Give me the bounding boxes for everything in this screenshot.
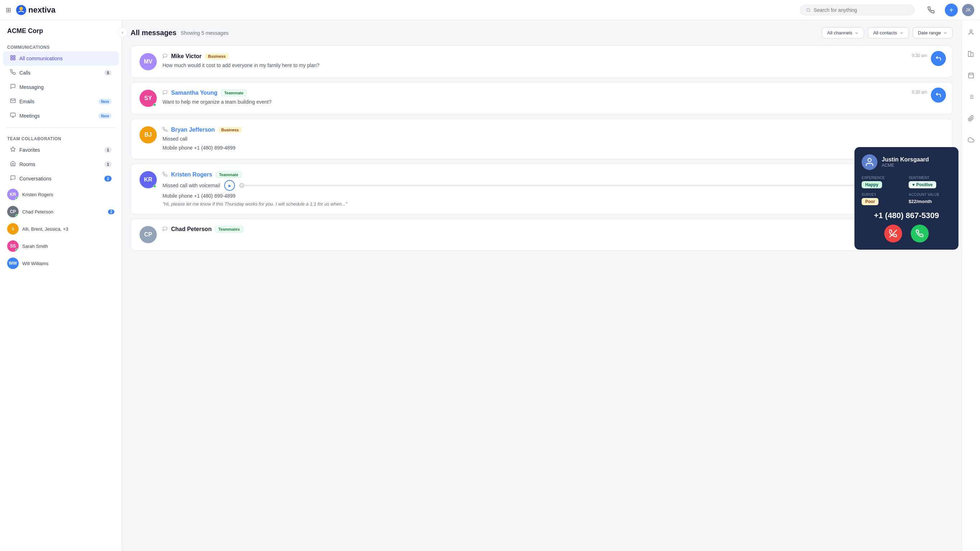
search-input[interactable]	[813, 7, 908, 13]
conv-item-sarah[interactable]: SS Sarah Smith	[3, 237, 119, 255]
favorites-badge: 1	[104, 147, 111, 153]
conv-name-sarah: Sarah Smith	[22, 244, 115, 249]
chevron-down-icon	[943, 31, 947, 35]
message-card-kristen: KR Kristen Rogers Teammate Missed call w…	[130, 164, 953, 214]
date-filter[interactable]: Date range	[913, 27, 953, 38]
rail-list-icon[interactable]	[964, 91, 977, 104]
sidebar-item-favorites[interactable]: Favorites 1	[3, 143, 119, 157]
sidebar-item-emails[interactable]: Emails New	[3, 94, 119, 109]
msg-top-sy: Samantha Young Teammate	[162, 90, 944, 96]
msg-quote-kr: "Hi, please let me know if this Thursday…	[162, 201, 944, 207]
main-content: All messages Showing 5 messages All chan…	[122, 20, 961, 551]
chevron-down-icon	[899, 31, 904, 35]
conv-name-group: Alli, Brent, Jessica, +3	[22, 226, 115, 232]
sidebar-divider	[6, 127, 116, 128]
svg-point-9	[970, 30, 972, 32]
conversation-list: KR Kristen Rogers CP Chad Peterson 2 5 A…	[0, 186, 122, 272]
search-icon	[806, 8, 811, 13]
conv-item-group[interactable]: 5 Alli, Brent, Jessica, +3	[3, 220, 119, 237]
msg-tag-kr: Teammate	[216, 172, 242, 178]
search-bar[interactable]	[800, 5, 915, 16]
popup-avatar	[862, 154, 877, 170]
meetings-icon	[10, 112, 16, 119]
reply-btn-mv[interactable]	[931, 51, 946, 66]
msg-avatar-bj: BJ	[140, 126, 157, 143]
sidebar-item-label: Conversations	[19, 176, 52, 182]
sidebar-item-calls[interactable]: Calls 5	[3, 66, 119, 80]
message-card-bryan: BJ Bryan Jefferson Business Missed call …	[130, 119, 953, 159]
svg-rect-3	[11, 56, 13, 57]
msg-body-sy: Samantha Young Teammate Want to help me …	[162, 90, 944, 106]
svg-point-26	[868, 159, 871, 162]
rail-building-icon[interactable]	[964, 47, 977, 60]
showing-count: Showing 5 messages	[181, 30, 229, 36]
msg-tag-mv: Business	[205, 53, 229, 59]
emails-icon	[10, 98, 16, 105]
sidebar-item-messaging[interactable]: Messaging	[3, 80, 119, 94]
sentiment-chip: ♥ Positive	[908, 181, 936, 188]
missed-call-text: Missed call with voicemail	[162, 182, 220, 190]
channels-filter[interactable]: All channels	[822, 27, 864, 38]
conv-item-kristen[interactable]: KR Kristen Rogers	[3, 186, 119, 203]
phone-channel-icon	[162, 127, 167, 133]
sidebar-collapse-btn[interactable]: ‹	[118, 27, 128, 37]
logo-icon	[16, 4, 27, 16]
sidebar-item-meetings[interactable]: Meetings New	[3, 109, 119, 123]
reply-btn-sy[interactable]	[931, 88, 946, 103]
msg-name-mv: Mike Victor	[171, 53, 202, 59]
conv-item-chad[interactable]: CP Chad Peterson 2	[3, 203, 119, 220]
msg-text-mv: How much would it cost to add everyone i…	[162, 62, 944, 69]
rail-person-icon[interactable]	[964, 26, 977, 39]
msg-body-bj: Bryan Jefferson Business Missed call Mob…	[162, 126, 944, 152]
waveform	[239, 185, 927, 186]
experience-label: EXPERIENCE	[862, 176, 904, 180]
right-rail	[961, 20, 980, 551]
calls-badge: 5	[104, 70, 111, 76]
add-button[interactable]: +	[945, 3, 958, 16]
sidebar-item-label: Favorites	[19, 147, 40, 153]
popup-actions	[862, 225, 951, 242]
conversations-icon	[10, 175, 16, 182]
msg-top-kr: Kristen Rogers Teammate	[162, 171, 944, 178]
popup-phone: +1 (480) 867-5309	[862, 211, 951, 220]
survey-label: SURVEY	[862, 193, 904, 197]
end-call-button[interactable]	[884, 225, 902, 242]
conv-name-chad: Chad Peterson	[22, 209, 104, 215]
contacts-filter[interactable]: All contacts	[868, 27, 908, 38]
sidebar-item-all-communications[interactable]: All communications	[3, 51, 119, 66]
message-card-mike-victor: MV Mike Victor Business How much would i…	[130, 46, 953, 78]
sidebar-item-conversations[interactable]: Conversations 2	[3, 172, 119, 186]
sidebar-item-rooms[interactable]: Rooms 1	[3, 157, 119, 172]
popup-user: Justin Korsgaard ACME	[862, 154, 951, 170]
conv-item-will[interactable]: WW Will Williams	[3, 255, 119, 272]
phone-nav-icon[interactable]	[925, 3, 938, 16]
msg-subtext-kr: Mobile phone +1 (480) 899-4899	[162, 192, 944, 200]
conv-name-will: Will Williams	[22, 261, 115, 266]
online-dot-sy	[153, 104, 156, 106]
user-avatar-nav[interactable]: JK	[962, 4, 974, 16]
rail-calendar-icon[interactable]	[964, 69, 977, 82]
popup-company: ACME	[882, 163, 929, 168]
answer-call-button[interactable]	[911, 225, 929, 242]
msg-avatar-cp: CP	[140, 226, 157, 243]
grid-icon[interactable]: ⊞	[6, 6, 11, 14]
waveform-handle[interactable]	[239, 183, 244, 188]
chat-channel-icon	[162, 53, 167, 59]
sidebar-item-label: Messaging	[19, 84, 44, 90]
sidebar-item-label: Emails	[19, 99, 35, 104]
rail-cloud-icon[interactable]	[964, 134, 977, 147]
popup-name: Justin Korsgaard	[882, 156, 929, 163]
play-button[interactable]: ▶	[224, 180, 235, 191]
svg-rect-4	[13, 56, 15, 57]
popup-card: Justin Korsgaard ACME EXPERIENCE Happy S…	[854, 147, 958, 250]
conv-avatar-chad: CP	[7, 206, 19, 217]
popup-grid: EXPERIENCE Happy SENTIMENT ♥ Positive SU…	[862, 176, 951, 205]
msg-name-kr: Kristen Rogers	[171, 172, 212, 178]
msg-time-mv: 9:30 am	[912, 53, 927, 58]
rail-paperclip-icon[interactable]	[964, 112, 977, 125]
msg-name-sy: Samantha Young	[171, 90, 217, 96]
sidebar: ACME Corp Communications All communicati…	[0, 20, 122, 551]
popup-survey-field: SURVEY Poor	[862, 193, 904, 205]
sidebar-item-label: Calls	[19, 70, 30, 76]
popup-experience-field: EXPERIENCE Happy	[862, 176, 904, 188]
